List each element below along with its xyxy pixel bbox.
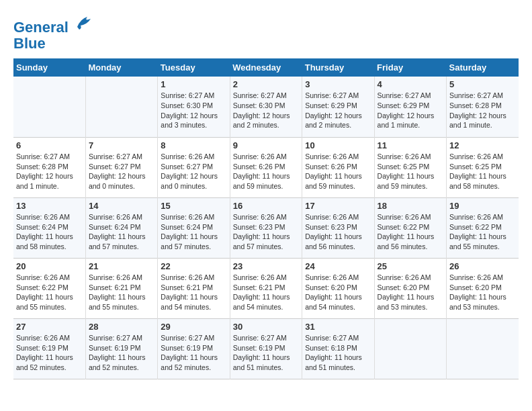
calendar-header: SundayMondayTuesdayWednesdayThursdayFrid… [13, 58, 519, 77]
calendar-cell: 25Sunrise: 6:26 AM Sunset: 6:20 PM Dayli… [374, 258, 446, 318]
logo-general: General [13, 19, 69, 36]
calendar-cell: 19Sunrise: 6:26 AM Sunset: 6:22 PM Dayli… [447, 197, 519, 258]
calendar-week-4: 20Sunrise: 6:26 AM Sunset: 6:22 PM Dayli… [13, 258, 519, 318]
day-info: Sunrise: 6:26 AM Sunset: 6:23 PM Dayligh… [305, 212, 371, 252]
weekday-friday: Friday [374, 58, 446, 77]
day-info: Sunrise: 6:26 AM Sunset: 6:21 PM Dayligh… [161, 273, 226, 312]
calendar-cell: 3Sunrise: 6:27 AM Sunset: 6:29 PM Daylig… [302, 77, 374, 137]
calendar-cell: 29Sunrise: 6:27 AM Sunset: 6:19 PM Dayli… [158, 318, 230, 379]
calendar-cell [85, 77, 157, 137]
calendar-cell [13, 77, 85, 137]
day-number: 19 [449, 201, 516, 211]
calendar-cell: 21Sunrise: 6:26 AM Sunset: 6:21 PM Dayli… [85, 258, 157, 318]
calendar-cell: 24Sunrise: 6:26 AM Sunset: 6:20 PM Dayli… [302, 258, 374, 318]
day-number: 26 [449, 261, 516, 271]
day-number: 28 [89, 322, 154, 332]
day-number: 15 [161, 201, 226, 211]
logo: General Blue [13, 13, 94, 52]
calendar-cell: 5Sunrise: 6:27 AM Sunset: 6:28 PM Daylig… [447, 77, 519, 137]
day-info: Sunrise: 6:26 AM Sunset: 6:23 PM Dayligh… [233, 212, 299, 252]
calendar-cell: 17Sunrise: 6:26 AM Sunset: 6:23 PM Dayli… [302, 197, 374, 258]
day-number: 5 [449, 79, 516, 89]
day-info: Sunrise: 6:26 AM Sunset: 6:22 PM Dayligh… [16, 273, 83, 312]
day-number: 31 [305, 322, 371, 332]
calendar-cell: 18Sunrise: 6:26 AM Sunset: 6:22 PM Dayli… [374, 197, 446, 258]
day-number: 2 [233, 79, 299, 89]
day-number: 11 [378, 140, 443, 150]
calendar-cell: 20Sunrise: 6:26 AM Sunset: 6:22 PM Dayli… [13, 258, 85, 318]
day-number: 23 [233, 261, 299, 271]
day-number: 29 [161, 322, 226, 332]
day-number: 25 [378, 261, 443, 271]
day-info: Sunrise: 6:27 AM Sunset: 6:18 PM Dayligh… [305, 333, 371, 373]
calendar-cell: 30Sunrise: 6:27 AM Sunset: 6:19 PM Dayli… [230, 318, 302, 379]
day-number: 1 [161, 79, 226, 89]
day-info: Sunrise: 6:26 AM Sunset: 6:27 PM Dayligh… [161, 152, 226, 191]
calendar-cell: 10Sunrise: 6:26 AM Sunset: 6:26 PM Dayli… [302, 137, 374, 197]
day-info: Sunrise: 6:27 AM Sunset: 6:28 PM Dayligh… [449, 91, 516, 130]
calendar-cell: 2Sunrise: 6:27 AM Sunset: 6:30 PM Daylig… [230, 77, 302, 137]
calendar-cell [374, 318, 446, 379]
calendar-cell: 6Sunrise: 6:27 AM Sunset: 6:28 PM Daylig… [13, 137, 85, 197]
weekday-header-row: SundayMondayTuesdayWednesdayThursdayFrid… [13, 58, 519, 77]
day-number: 8 [161, 140, 226, 150]
day-info: Sunrise: 6:27 AM Sunset: 6:19 PM Dayligh… [161, 333, 226, 373]
day-number: 10 [305, 140, 371, 150]
calendar-cell: 4Sunrise: 6:27 AM Sunset: 6:29 PM Daylig… [374, 77, 446, 137]
weekday-thursday: Thursday [302, 58, 374, 77]
day-info: Sunrise: 6:27 AM Sunset: 6:29 PM Dayligh… [378, 91, 443, 130]
calendar-cell: 16Sunrise: 6:26 AM Sunset: 6:23 PM Dayli… [230, 197, 302, 258]
calendar-cell: 22Sunrise: 6:26 AM Sunset: 6:21 PM Dayli… [158, 258, 230, 318]
calendar-cell: 11Sunrise: 6:26 AM Sunset: 6:25 PM Dayli… [374, 137, 446, 197]
day-info: Sunrise: 6:27 AM Sunset: 6:19 PM Dayligh… [89, 333, 154, 373]
day-info: Sunrise: 6:27 AM Sunset: 6:30 PM Dayligh… [161, 91, 226, 130]
day-number: 24 [305, 261, 371, 271]
calendar-cell: 27Sunrise: 6:26 AM Sunset: 6:19 PM Dayli… [13, 318, 85, 379]
day-info: Sunrise: 6:27 AM Sunset: 6:29 PM Dayligh… [305, 91, 371, 130]
calendar-cell: 31Sunrise: 6:27 AM Sunset: 6:18 PM Dayli… [302, 318, 374, 379]
day-info: Sunrise: 6:26 AM Sunset: 6:26 PM Dayligh… [305, 152, 371, 191]
day-info: Sunrise: 6:26 AM Sunset: 6:24 PM Dayligh… [161, 212, 226, 252]
day-number: 14 [89, 201, 154, 211]
calendar-cell: 14Sunrise: 6:26 AM Sunset: 6:24 PM Dayli… [85, 197, 157, 258]
weekday-wednesday: Wednesday [230, 58, 302, 77]
page-header: General Blue [13, 13, 519, 52]
calendar-cell: 15Sunrise: 6:26 AM Sunset: 6:24 PM Dayli… [158, 197, 230, 258]
day-info: Sunrise: 6:26 AM Sunset: 6:26 PM Dayligh… [233, 152, 299, 191]
day-info: Sunrise: 6:26 AM Sunset: 6:24 PM Dayligh… [89, 212, 154, 252]
day-info: Sunrise: 6:27 AM Sunset: 6:27 PM Dayligh… [89, 152, 154, 191]
day-number: 20 [16, 261, 83, 271]
calendar-cell: 12Sunrise: 6:26 AM Sunset: 6:25 PM Dayli… [447, 137, 519, 197]
calendar-week-3: 13Sunrise: 6:26 AM Sunset: 6:24 PM Dayli… [13, 197, 519, 258]
day-info: Sunrise: 6:26 AM Sunset: 6:22 PM Dayligh… [449, 212, 516, 252]
day-number: 21 [89, 261, 154, 271]
calendar-week-5: 27Sunrise: 6:26 AM Sunset: 6:19 PM Dayli… [13, 318, 519, 379]
day-info: Sunrise: 6:27 AM Sunset: 6:28 PM Dayligh… [16, 152, 83, 191]
day-info: Sunrise: 6:26 AM Sunset: 6:20 PM Dayligh… [305, 273, 371, 312]
logo-blue: Blue [13, 35, 46, 52]
calendar-cell: 1Sunrise: 6:27 AM Sunset: 6:30 PM Daylig… [158, 77, 230, 137]
weekday-tuesday: Tuesday [158, 58, 230, 77]
day-info: Sunrise: 6:26 AM Sunset: 6:21 PM Dayligh… [233, 273, 299, 312]
calendar-body: 1Sunrise: 6:27 AM Sunset: 6:30 PM Daylig… [13, 77, 519, 379]
day-info: Sunrise: 6:26 AM Sunset: 6:21 PM Dayligh… [89, 273, 154, 312]
logo-bird-icon [74, 13, 94, 32]
calendar-cell: 8Sunrise: 6:26 AM Sunset: 6:27 PM Daylig… [158, 137, 230, 197]
day-info: Sunrise: 6:27 AM Sunset: 6:30 PM Dayligh… [233, 91, 299, 130]
calendar-cell: 13Sunrise: 6:26 AM Sunset: 6:24 PM Dayli… [13, 197, 85, 258]
day-number: 22 [161, 261, 226, 271]
weekday-monday: Monday [85, 58, 157, 77]
day-number: 9 [233, 140, 299, 150]
day-number: 6 [16, 140, 83, 150]
day-number: 30 [233, 322, 299, 332]
day-info: Sunrise: 6:27 AM Sunset: 6:19 PM Dayligh… [233, 333, 299, 373]
day-info: Sunrise: 6:26 AM Sunset: 6:20 PM Dayligh… [449, 273, 516, 312]
day-number: 7 [89, 140, 154, 150]
day-number: 16 [233, 201, 299, 211]
day-info: Sunrise: 6:26 AM Sunset: 6:25 PM Dayligh… [378, 152, 443, 191]
day-info: Sunrise: 6:26 AM Sunset: 6:19 PM Dayligh… [16, 333, 83, 373]
day-info: Sunrise: 6:26 AM Sunset: 6:20 PM Dayligh… [378, 273, 443, 312]
day-number: 27 [16, 322, 83, 332]
calendar-week-1: 1Sunrise: 6:27 AM Sunset: 6:30 PM Daylig… [13, 77, 519, 137]
calendar-cell: 28Sunrise: 6:27 AM Sunset: 6:19 PM Dayli… [85, 318, 157, 379]
